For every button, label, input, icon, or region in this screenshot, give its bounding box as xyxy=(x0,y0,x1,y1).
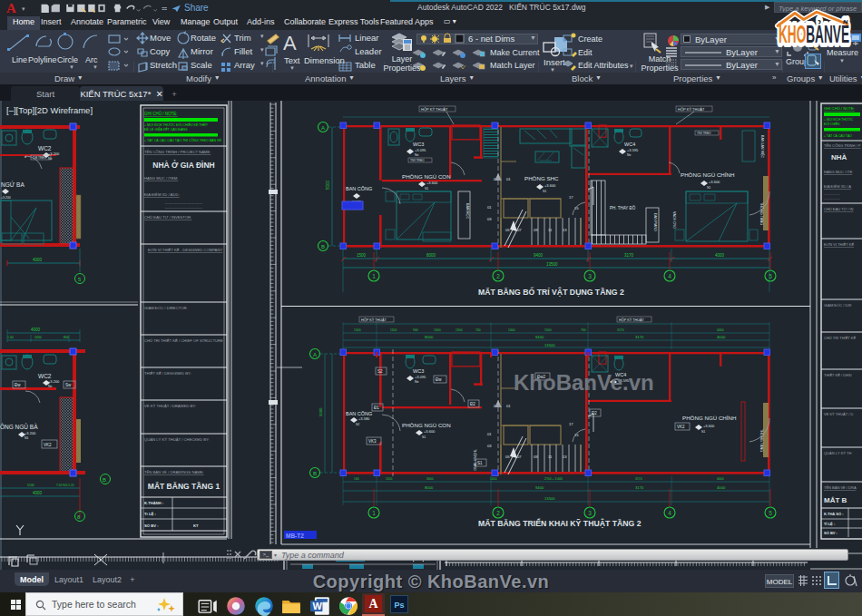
svg-text:ÔNG NGỦ BÀ: ÔNG NGỦ BÀ xyxy=(0,423,38,430)
svg-text:S1: S1 xyxy=(422,435,426,439)
svg-text:01: 01 xyxy=(506,404,511,408)
svg-text:BÀN LÀM VIỆC: BÀN LÀM VIỆC xyxy=(760,135,765,159)
svg-text:8000: 8000 xyxy=(425,485,434,490)
svg-text:Ne: Ne xyxy=(415,380,419,384)
svg-text:1100: 1100 xyxy=(390,328,397,332)
svg-text:PHÒNG NGỦ CON: PHÒNG NGỦ CON xyxy=(402,422,451,428)
svg-text:WC3: WC3 xyxy=(413,368,424,374)
svg-text:3170: 3170 xyxy=(635,485,644,490)
svg-text:4000: 4000 xyxy=(717,477,724,481)
svg-text:B: B xyxy=(313,471,317,476)
svg-text:4000: 4000 xyxy=(33,258,43,262)
svg-text:+ TẤT CẢ CẤU TẠO: + TẤT CẢ CẤU TẠO xyxy=(824,133,852,138)
svg-text:HỘP KỸ THUẬT: HỘP KỸ THUẬT xyxy=(619,318,645,322)
svg-text:ĐƠN VỊ THIẾT KẾ: ĐƠN VỊ THIẾT KẾ xyxy=(824,242,854,247)
svg-text:9400: 9400 xyxy=(534,253,544,258)
svg-text:TIVI TREO: TIVI TREO xyxy=(410,159,425,162)
svg-text:MẮT BẰNG TẦNG 1: MẮT BẰNG TẦNG 1 xyxy=(148,482,220,491)
svg-text:QUẢN LÝ KỸ TH: QUẢN LÝ KỸ TH xyxy=(824,451,851,455)
svg-text:1500: 1500 xyxy=(357,253,367,258)
svg-text:4000: 4000 xyxy=(717,335,726,339)
svg-text:+3.095: +3.095 xyxy=(415,148,426,152)
svg-text:..............................: ................................. xyxy=(165,205,202,210)
svg-text:01: 01 xyxy=(487,205,492,210)
svg-text:2: 2 xyxy=(496,510,500,516)
svg-text:1000: 1000 xyxy=(434,328,441,332)
svg-text:05: 05 xyxy=(505,228,510,232)
svg-text:4000: 4000 xyxy=(717,328,724,332)
svg-text:13: 13 xyxy=(563,228,567,232)
svg-text:BÀN HỌC: BÀN HỌC xyxy=(465,203,469,220)
svg-text:4: 4 xyxy=(668,273,671,279)
svg-text:GIÁM ĐỐC / DIRECTOR:: GIÁM ĐỐC / DIRECTOR: xyxy=(144,306,188,310)
svg-text:CHỦ ĐẦU TƯ / INVESTOR:: CHỦ ĐẦU TƯ / INVESTOR: xyxy=(144,215,191,220)
svg-text:2: 2 xyxy=(496,273,500,279)
svg-text:PHÒNG NGỦ CHÍNH: PHÒNG NGỦ CHÍNH xyxy=(681,171,734,178)
svg-text:KhoBanVe.vn: KhoBanVe.vn xyxy=(514,370,654,395)
svg-text:ĐỊA ĐIỂM XD / ADD:: ĐỊA ĐIỂM XD / ADD: xyxy=(144,192,180,197)
svg-text:Sw: Sw xyxy=(65,383,72,387)
svg-text:800: 800 xyxy=(64,336,69,339)
svg-text:5000: 5000 xyxy=(326,180,330,190)
svg-text:BẢNVẼ: BẢNVẼ xyxy=(806,20,849,49)
svg-text:4: 4 xyxy=(668,510,671,516)
svg-text:01: 01 xyxy=(506,177,511,181)
svg-text:+3.600: +3.600 xyxy=(709,180,720,184)
svg-text:17: 17 xyxy=(569,195,573,200)
svg-text:Ne: Ne xyxy=(627,153,632,157)
svg-text:09: 09 xyxy=(534,455,538,459)
svg-text:B: B xyxy=(103,477,106,483)
svg-text:Đ1: Đ1 xyxy=(374,406,379,410)
svg-text:13500: 13500 xyxy=(544,496,555,501)
svg-text:8000: 8000 xyxy=(426,253,436,258)
svg-text:S1: S1 xyxy=(425,187,428,191)
svg-text:BAN CÔNG: BAN CÔNG xyxy=(346,186,372,191)
svg-text:HẠNG MỤC / ITE: HẠNG MỤC / ITE xyxy=(824,170,853,174)
svg-text:+3.600: +3.600 xyxy=(703,424,715,428)
svg-text:1500: 1500 xyxy=(354,328,361,332)
svg-text:700: 700 xyxy=(475,328,481,332)
svg-text:4000: 4000 xyxy=(33,491,43,495)
svg-text:1100: 1100 xyxy=(386,477,392,481)
svg-text:MẮT B: MẮT B xyxy=(824,496,847,504)
svg-text:THÔNG TẦNG: THÔNG TẦNG xyxy=(759,429,764,452)
svg-text:WC2: WC2 xyxy=(38,373,52,379)
svg-text:3170: 3170 xyxy=(617,328,624,332)
svg-text:THIẾT KẾ / DESI: THIẾT KẾ / DESI xyxy=(824,373,852,377)
svg-text:SỐ BV :: SỐ BV : xyxy=(824,531,838,535)
svg-text:THIẾT KẾ / DESIGNED BY:: THIẾT KẾ / DESIGNED BY: xyxy=(144,371,191,376)
svg-text:100: 100 xyxy=(354,477,359,481)
svg-text:S1: S1 xyxy=(707,186,710,190)
svg-text:Đ2: Đ2 xyxy=(592,411,597,416)
svg-text:WC4: WC4 xyxy=(624,142,635,147)
svg-text:ĐỊA ĐIỂM XD / A: ĐỊA ĐIỂM XD / A xyxy=(824,184,851,189)
svg-text:VK3: VK3 xyxy=(368,439,377,444)
svg-text:MẮT BẰNG BỐ TRÍ VẬT DỤNG TẦNG: MẮT BẰNG BỐ TRÍ VẬT DỤNG TẦNG 2 xyxy=(478,287,624,297)
svg-text:3170: 3170 xyxy=(635,335,644,339)
svg-text:700: 700 xyxy=(581,328,586,332)
svg-text:THÔNG TẦNG: THÔNG TẦNG xyxy=(473,449,477,471)
svg-text:+3.200: +3.200 xyxy=(48,379,60,384)
svg-text:A: A xyxy=(313,352,317,357)
svg-text:QUẢN LÝ KỸ THUẬT / CHECKED BY:: QUẢN LÝ KỸ THUẬT / CHECKED BY: xyxy=(144,437,210,442)
svg-text:1000: 1000 xyxy=(490,477,497,481)
svg-text:3170: 3170 xyxy=(624,253,634,258)
svg-text:Đ2: Đ2 xyxy=(470,402,475,406)
svg-text:1900: 1900 xyxy=(455,328,463,332)
svg-text:PHÒNG SHC: PHÒNG SHC xyxy=(524,175,559,181)
svg-text:B: B xyxy=(321,244,325,249)
svg-text:Ne: Ne xyxy=(48,385,53,388)
svg-text:+3.600: +3.600 xyxy=(426,181,438,185)
svg-text:9400: 9400 xyxy=(535,335,544,339)
svg-text:1: 1 xyxy=(372,273,376,279)
svg-text:01: 01 xyxy=(487,432,492,436)
svg-text:HỘP KỸ THUẬT: HỘP KỸ THUẬT xyxy=(678,107,705,112)
svg-text:KT: KT xyxy=(193,523,199,528)
svg-text:HẠNG MỤC / ITEM:: HẠNG MỤC / ITEM: xyxy=(144,176,178,181)
svg-text:5100: 5100 xyxy=(27,484,34,487)
svg-text:+3.580: +3.580 xyxy=(358,416,370,421)
svg-text:3000: 3000 xyxy=(426,477,434,481)
svg-text:11: 11 xyxy=(548,228,553,232)
svg-text:VẺ KỸ THUẬT / DRAWED BY:: VẺ KỸ THUẬT / DRAWED BY: xyxy=(144,404,196,408)
svg-text:TIVI TREO: TIVI TREO xyxy=(697,132,711,135)
